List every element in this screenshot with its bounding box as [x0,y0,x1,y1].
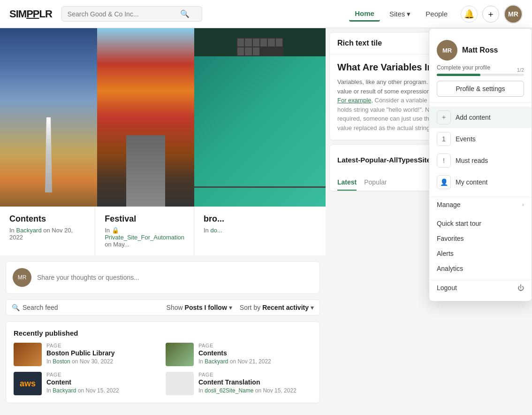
card-site-link-1[interactable]: Private_Site_For_Automation [105,234,184,241]
card-info-2: bro... In do... [194,207,326,255]
search-input[interactable] [68,10,180,18]
pub-site-link-1[interactable]: Backyard [205,358,228,365]
pub-item-2: aws PAGE Content In Backyard on Nov 15, … [14,372,160,395]
pub-type-1: PAGE [198,343,312,348]
pub-site-link-0[interactable]: Boston [53,358,70,365]
pub-thumb-0 [14,343,42,366]
card-site-link-2[interactable]: do... [210,227,222,234]
add-content-item[interactable]: ＋ Add content [429,107,532,128]
nav-people[interactable]: People [420,7,453,21]
show-filter[interactable]: Show Posts I follow ▾ [167,304,232,311]
pub-meta-1: In Backyard on Nov 21, 2022 [198,358,312,365]
progress-bar-fill [437,74,480,76]
card-title-0: Contents [9,214,85,224]
profile-header: MR Matt Ross [437,40,524,61]
must-reads-icon: ! [437,154,451,168]
hero-item-0[interactable] [0,28,97,207]
hero-item-2[interactable] [194,28,326,207]
post-input[interactable] [37,274,313,281]
card-site-link-0[interactable]: Backyard [16,227,41,234]
pub-item-3: PAGE Content Translation In dosli_62Site… [166,372,312,395]
logo: SIMPPLR [9,8,52,20]
hero-strip [0,28,326,207]
pub-meta-0: In Boston on Nov 30, 2022 [46,358,160,365]
card-info-row: Contents In Backyard on Nov 20, 2022 Fes… [0,207,326,255]
power-icon: ⏻ [517,284,524,292]
search-bar[interactable]: 🔍 [61,6,202,22]
search-feed-label: Search feed [23,304,58,311]
chevron-down-icon: ▾ [311,304,314,311]
profile-section: MR Matt Ross Complete your profile 1/2 P… [429,34,532,103]
nav-sites[interactable]: Sites ▾ [384,7,416,21]
card-title-1: Festival [105,214,184,224]
hero-image-sky [0,28,97,207]
pub-site-link-3[interactable]: dosli_62Site_Name [205,387,253,394]
latest-tab-popular[interactable]: Popular [364,175,387,191]
my-content-item[interactable]: 👤 My content [429,171,532,193]
my-content-icon: 👤 [437,175,451,189]
hero-image-teal [194,28,326,207]
user-dropdown: MR Matt Ross Complete your profile 1/2 P… [429,28,532,301]
header-actions: 🔔 ＋ MR [461,5,523,23]
card-title-2: bro... [204,214,316,224]
my-content-label: My content [456,178,524,186]
plus-icon: ＋ [486,8,495,20]
lighthouse-decoration [42,117,56,192]
quick-start-item[interactable]: Quick start tour [429,216,532,231]
nav-home[interactable]: Home [349,7,380,22]
manage-item[interactable]: Manage › [429,197,532,212]
must-reads-item[interactable]: ! Must reads [429,150,532,171]
must-reads-label: Must reads [456,157,524,164]
pub-item-0: PAGE Boston Public Library In Boston on … [14,343,160,366]
pub-meta-2: In Backyard on Nov 15, 2022 [46,387,160,394]
events-icon: 1 [437,132,451,146]
pub-title-3[interactable]: Content Translation [198,378,312,386]
pub-title-1[interactable]: Contents [198,349,312,357]
pub-thumb-1 [166,343,194,366]
pub-info-3: PAGE Content Translation In dosli_62Site… [198,372,312,394]
events-label: Events [456,135,524,143]
pub-item-1: PAGE Contents In Backyard on Nov 21, 202… [166,343,312,366]
search-feed-icon: 🔍 [12,304,20,311]
add-button[interactable]: ＋ [482,6,499,23]
events-item[interactable]: 1 Events [429,128,532,150]
latest-tab-latest[interactable]: Latest [337,175,357,191]
feed-toolbar: 🔍 Search feed Show Posts I follow ▾ Sort… [6,300,320,315]
dropdown-actions-section: ＋ Add content 1 Events ! Must reads 👤 My… [429,103,532,197]
chevron-down-icon: ▾ [229,304,232,311]
manage-label: Manage [437,201,461,208]
left-panel: Contents In Backyard on Nov 20, 2022 Fes… [0,28,326,415]
post-avatar: MR [13,268,31,287]
card-info-1: Festival In 🔒 Private_Site_For_Automatio… [95,207,194,255]
sort-filter[interactable]: Sort by Recent activity ▾ [240,304,314,311]
alerts-item[interactable]: Alerts [429,246,532,261]
card-meta-0: In Backyard on Nov 20, 2022 [9,227,85,241]
recently-published: Recently published PAGE Boston Public Li… [6,321,320,403]
logout-item[interactable]: Logout ⏻ [429,280,532,295]
search-feed[interactable]: 🔍 Search feed [12,304,58,311]
favorites-item[interactable]: Favorites [429,231,532,246]
chevron-down-icon: ▾ [407,10,410,18]
pub-type-0: PAGE [46,343,160,348]
pub-meta-3: In dosli_62Site_Name on Nov 15, 2022 [198,387,312,394]
pub-site-link-2[interactable]: Backyard [53,387,76,394]
header: SIMPPLR 🔍 Home Sites ▾ People 🔔 ＋ MR [0,0,532,28]
card-meta-1: In 🔒 Private_Site_For_Automation on May.… [105,227,184,248]
pub-title-2[interactable]: Content [46,378,160,386]
chevron-right-icon: › [522,201,524,208]
pub-type-2: PAGE [46,372,160,377]
main-nav: Home Sites ▾ People [349,7,453,22]
logout-label: Logout [437,284,457,292]
profile-avatar: MR [437,40,457,61]
pub-info-1: PAGE Contents In Backyard on Nov 21, 202… [198,343,312,365]
pub-title-0[interactable]: Boston Public Library [46,349,160,357]
search-icon: 🔍 [180,9,190,18]
analytics-item[interactable]: Analytics [429,261,532,276]
user-avatar-button[interactable]: MR [504,5,523,23]
pub-thumb-3 [166,372,194,395]
hero-item-1[interactable] [97,28,194,207]
bell-button[interactable]: 🔔 [461,6,478,23]
profile-settings-button[interactable]: Profile & settings [437,81,524,97]
pub-grid: PAGE Boston Public Library In Boston on … [14,343,312,395]
feed-filters: Show Posts I follow ▾ Sort by Recent act… [167,304,314,311]
